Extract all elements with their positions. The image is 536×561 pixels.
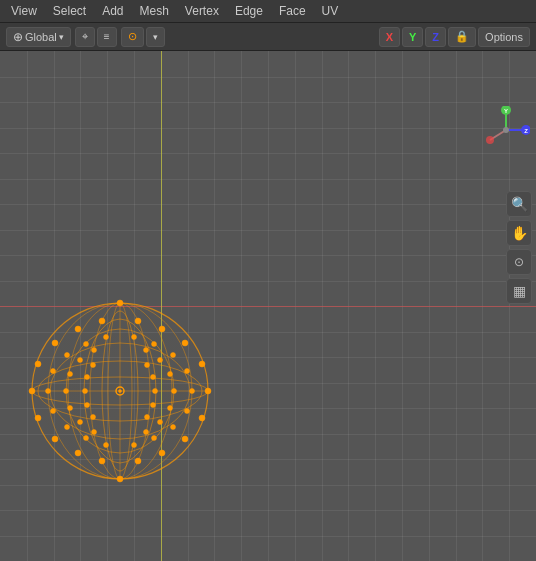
svg-point-68 xyxy=(85,403,90,408)
svg-point-58 xyxy=(78,420,83,425)
svg-point-63 xyxy=(144,430,149,435)
menu-face[interactable]: Face xyxy=(272,2,313,20)
toolbar: ⊕ Global ▾ ⌖ ≡ ⊙ ▾ X Y Z 🔒 xyxy=(0,23,536,51)
svg-point-18 xyxy=(35,415,41,421)
svg-point-45 xyxy=(152,436,157,441)
svg-point-15 xyxy=(205,388,211,394)
svg-point-60 xyxy=(78,358,83,363)
svg-point-25 xyxy=(159,326,165,332)
axis-z-label: Z xyxy=(432,31,439,43)
orientation-icon: ⊕ xyxy=(13,30,23,44)
pan-tool-btn[interactable]: ✋ xyxy=(506,220,532,246)
transform-orientation-group: ⊕ Global ▾ xyxy=(6,27,71,47)
svg-point-44 xyxy=(84,436,89,441)
camera-tool-btn[interactable]: ⊙ xyxy=(506,249,532,275)
svg-point-37 xyxy=(185,409,190,414)
svg-point-76 xyxy=(119,390,122,393)
svg-point-62 xyxy=(92,430,97,435)
svg-point-22 xyxy=(52,436,58,442)
svg-point-26 xyxy=(75,450,81,456)
zoom-tool-btn[interactable]: 🔍 xyxy=(506,191,532,217)
svg-point-47 xyxy=(132,335,137,340)
side-tools: 🔍 ✋ ⊙ ▦ xyxy=(506,191,532,304)
svg-point-16 xyxy=(29,388,35,394)
svg-point-67 xyxy=(151,375,156,380)
lock-icon: 🔒 xyxy=(455,30,469,43)
chevron-down-icon: ▾ xyxy=(59,32,64,42)
menu-uv[interactable]: UV xyxy=(315,2,346,20)
lock-icon-btn[interactable]: 🔒 xyxy=(448,27,476,47)
axis-y-btn[interactable]: Y xyxy=(402,27,423,47)
svg-point-17 xyxy=(199,361,205,367)
proportional-icon: ⊙ xyxy=(128,30,137,43)
transform-orientation-btn[interactable]: ⊕ Global ▾ xyxy=(6,27,71,47)
svg-point-64 xyxy=(92,348,97,353)
svg-point-73 xyxy=(145,415,150,420)
svg-point-71 xyxy=(145,363,150,368)
snap-btn[interactable]: ⌖ xyxy=(75,27,95,47)
menu-vertex[interactable]: Vertex xyxy=(178,2,226,20)
axes-group: X Y Z 🔒 Options xyxy=(379,27,530,47)
menu-bar: View Select Add Mesh Vertex Edge Face UV xyxy=(0,0,536,23)
proportional-btn[interactable]: ⊙ xyxy=(121,27,144,47)
svg-point-36 xyxy=(51,409,56,414)
menu-select[interactable]: Select xyxy=(46,2,93,20)
svg-point-55 xyxy=(168,406,173,411)
pan-icon: ✋ xyxy=(511,225,528,241)
axis-x-btn[interactable]: X xyxy=(379,27,400,47)
svg-point-19 xyxy=(199,415,205,421)
svg-point-39 xyxy=(171,353,176,358)
axis-y-label: Y xyxy=(409,31,416,43)
svg-point-20 xyxy=(35,361,41,367)
proportional-options-btn[interactable]: ▾ xyxy=(146,27,165,47)
svg-point-33 xyxy=(190,389,195,394)
svg-text:Y: Y xyxy=(504,108,508,114)
svg-point-51 xyxy=(172,389,177,394)
svg-point-69 xyxy=(151,403,156,408)
svg-point-61 xyxy=(144,348,149,353)
snap-options-btn[interactable]: ≡ xyxy=(97,27,117,47)
menu-view[interactable]: View xyxy=(4,2,44,20)
svg-point-85 xyxy=(503,127,509,133)
svg-point-27 xyxy=(159,450,165,456)
svg-point-34 xyxy=(46,389,51,394)
svg-point-59 xyxy=(158,420,163,425)
svg-point-50 xyxy=(104,335,109,340)
svg-point-66 xyxy=(83,389,88,394)
svg-point-53 xyxy=(168,372,173,377)
svg-point-54 xyxy=(68,406,73,411)
svg-point-31 xyxy=(135,458,141,464)
proportional-options-icon: ▾ xyxy=(153,32,158,42)
svg-point-35 xyxy=(185,369,190,374)
svg-point-23 xyxy=(182,436,188,442)
svg-point-65 xyxy=(153,389,158,394)
grid-tool-btn[interactable]: ▦ xyxy=(506,278,532,304)
svg-point-84 xyxy=(486,136,494,144)
menu-mesh[interactable]: Mesh xyxy=(133,2,176,20)
orientation-label: Global xyxy=(25,31,57,43)
options-btn[interactable]: Options xyxy=(478,27,530,47)
svg-point-38 xyxy=(51,369,56,374)
svg-point-41 xyxy=(171,425,176,430)
snap-icon: ⌖ xyxy=(82,30,88,43)
options-label: Options xyxy=(485,31,523,43)
svg-point-13 xyxy=(117,300,123,306)
svg-point-46 xyxy=(84,342,89,347)
svg-point-40 xyxy=(65,425,70,430)
svg-point-42 xyxy=(65,353,70,358)
svg-point-28 xyxy=(75,326,81,332)
svg-point-57 xyxy=(158,358,163,363)
viewport[interactable]: Y Z 🔍 ✋ ⊙ ▦ xyxy=(0,51,536,561)
snap-options-icon: ≡ xyxy=(104,31,110,42)
svg-point-48 xyxy=(104,443,109,448)
svg-point-74 xyxy=(91,363,96,368)
menu-edge[interactable]: Edge xyxy=(228,2,270,20)
svg-point-56 xyxy=(68,372,73,377)
svg-point-14 xyxy=(117,476,123,482)
menu-add[interactable]: Add xyxy=(95,2,130,20)
axis-z-btn[interactable]: Z xyxy=(425,27,446,47)
proportional-group: ⊙ ▾ xyxy=(121,27,165,47)
svg-point-52 xyxy=(64,389,69,394)
svg-point-24 xyxy=(52,340,58,346)
svg-point-43 xyxy=(152,342,157,347)
